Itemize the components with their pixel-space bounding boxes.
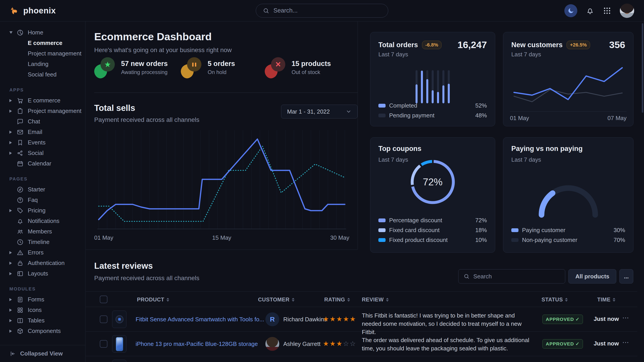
caret-right-icon bbox=[10, 152, 12, 155]
global-search-input[interactable] bbox=[274, 7, 381, 14]
caret-right-icon bbox=[10, 141, 12, 144]
notifications-button[interactable] bbox=[586, 6, 594, 15]
sidebar-item-email[interactable]: Email bbox=[0, 127, 85, 137]
sidebar-item-label: Events bbox=[28, 139, 46, 146]
column-header-customer[interactable]: CUSTOMER bbox=[258, 297, 294, 303]
sidebar-item-pricing[interactable]: Pricing bbox=[0, 205, 85, 216]
search-icon bbox=[263, 7, 270, 14]
all-products-button[interactable]: All products bbox=[568, 269, 616, 284]
total-sells-x-labels: 01 May15 May30 May bbox=[94, 234, 349, 241]
status-badge: APPROVED ✓ bbox=[542, 339, 583, 349]
reviews-search-input[interactable] bbox=[473, 273, 560, 280]
stat-sublabel: Out of stock bbox=[292, 69, 331, 75]
x-start-label: 01 May bbox=[510, 115, 529, 122]
sidebar-item-notifications[interactable]: Notifications bbox=[0, 216, 85, 226]
sidebar-item-label: Starter bbox=[28, 186, 45, 193]
brand-logo[interactable]: phoenix bbox=[10, 6, 56, 16]
sidebar-item-authentication[interactable]: Authentication bbox=[0, 258, 85, 268]
column-header-review[interactable]: REVIEW bbox=[362, 297, 389, 303]
card-value: 16,247 bbox=[458, 39, 487, 50]
apps-grid-button[interactable] bbox=[603, 6, 611, 15]
date-range-value: Mar 1 - 31, 2022 bbox=[287, 108, 330, 115]
sidebar-section-label: MODULES bbox=[10, 286, 85, 292]
table-row: iPhone 13 pro max-Pacific Blue-128GB sto… bbox=[86, 332, 637, 356]
ecommerce-dashboard-page: phoenix HomeE commerceProject management… bbox=[0, 0, 644, 362]
sidebar-item-calendar[interactable]: Calendar bbox=[0, 158, 85, 169]
review-text: The order was delivered ahead of schedul… bbox=[362, 336, 534, 353]
total-sells-subtitle: Payment received across all channels bbox=[94, 116, 200, 123]
legend-swatch bbox=[378, 114, 386, 117]
sidebar-subitem-social-feed[interactable]: Social feed bbox=[0, 69, 85, 80]
calendar-icon bbox=[16, 160, 24, 167]
sidebar-item-social[interactable]: Social bbox=[0, 148, 85, 158]
table-row bbox=[86, 356, 637, 362]
stat-out-of-stock: ✕ 15 products Out of stock bbox=[265, 57, 331, 78]
caret-right-icon bbox=[10, 272, 12, 275]
coupons-donut-chart: 72% bbox=[407, 156, 458, 208]
product-link[interactable]: iPhone 13 pro max-Pacific Blue-128GB sto… bbox=[136, 341, 258, 348]
layout-icon bbox=[16, 270, 24, 277]
bell-icon bbox=[586, 6, 594, 15]
date-range-select[interactable]: Mar 1 - 31, 2022 bbox=[281, 105, 358, 118]
sidebar-item-label: Timeline bbox=[28, 239, 50, 246]
sidebar-item-home[interactable]: Home bbox=[0, 27, 85, 38]
card-period: Last 7 days bbox=[511, 156, 541, 163]
legend-item: Pending payment 48% bbox=[378, 110, 487, 120]
product-link[interactable]: Fitbit Sense Advanced Smartwatch with To… bbox=[136, 316, 264, 323]
column-header-product[interactable]: PRODUCT bbox=[137, 297, 169, 303]
collapse-label: Collapsed View bbox=[20, 350, 63, 357]
caret-right-icon bbox=[10, 251, 12, 254]
user-avatar[interactable] bbox=[620, 3, 634, 18]
sidebar-item-label: Pricing bbox=[28, 207, 46, 214]
collapse-sidebar-button[interactable]: Collapsed View bbox=[0, 345, 85, 362]
sidebar-item-starter[interactable]: Starter bbox=[0, 184, 85, 195]
search-icon bbox=[464, 273, 470, 280]
clipboard-icon bbox=[16, 107, 24, 115]
stat-sublabel: Awating processing bbox=[121, 69, 168, 75]
column-header-time[interactable]: TIME bbox=[597, 297, 615, 303]
sidebar-item-components[interactable]: Components bbox=[0, 326, 85, 336]
sidebar-item-forms[interactable]: Forms bbox=[0, 294, 85, 305]
select-all-checkbox[interactable] bbox=[100, 296, 108, 303]
page-scrollbar[interactable] bbox=[642, 23, 643, 113]
sidebar-item-e-commerce[interactable]: E commerce bbox=[0, 95, 85, 106]
legend-item: Percentage discount 72% bbox=[378, 215, 487, 225]
caret-right-icon bbox=[10, 131, 12, 134]
card-period: Last 7 days bbox=[378, 51, 408, 58]
brand-name: phoenix bbox=[23, 6, 56, 15]
rating-stars: ★★★☆☆ bbox=[323, 340, 356, 348]
theme-toggle-button[interactable] bbox=[564, 4, 577, 17]
sidebar-item-errors[interactable]: Errors bbox=[0, 247, 85, 258]
customer-name: Ashley Garrett bbox=[283, 341, 320, 348]
sidebar-item-project-management[interactable]: Project management bbox=[0, 106, 85, 116]
sidebar-item-timeline[interactable]: Timeline bbox=[0, 237, 85, 247]
sidebar-item-label: Members bbox=[28, 228, 52, 235]
page-title: Ecommerce Dashboard bbox=[94, 30, 212, 43]
reviews-search[interactable] bbox=[458, 269, 565, 284]
sidebar-item-faq[interactable]: Faq bbox=[0, 195, 85, 205]
global-search[interactable] bbox=[256, 4, 388, 18]
sidebar-item-chat[interactable]: Chat bbox=[0, 116, 85, 127]
legend-label: Fixed card discount bbox=[389, 227, 440, 234]
sidebar-item-label: Faq bbox=[28, 197, 38, 203]
caret-right-icon bbox=[10, 330, 12, 333]
warning-icon bbox=[16, 249, 24, 256]
row-checkbox[interactable] bbox=[100, 340, 108, 348]
sidebar-item-events[interactable]: Events bbox=[0, 137, 85, 148]
sidebar-item-label: Icons bbox=[28, 307, 42, 314]
more-options-button[interactable]: ... bbox=[620, 269, 633, 284]
row-more-button[interactable]: ⋯ bbox=[622, 314, 630, 322]
sidebar-item-members[interactable]: Members bbox=[0, 226, 85, 237]
top-coupons-card: Top coupons Last 7 days 72% Percentage d… bbox=[370, 137, 495, 253]
sidebar-subitem-project-management[interactable]: Project management bbox=[0, 48, 85, 59]
sidebar-item-layouts[interactable]: Layouts bbox=[0, 268, 85, 279]
sidebar-menu: HomeE commerceProject managementLandingS… bbox=[0, 27, 85, 336]
column-header-rating[interactable]: RATING bbox=[324, 297, 350, 303]
sidebar-subitem-landing[interactable]: Landing bbox=[0, 59, 85, 69]
row-more-button[interactable]: ⋯ bbox=[622, 338, 630, 346]
sidebar-item-tables[interactable]: Tables bbox=[0, 315, 85, 326]
sidebar-subitem-e-commerce[interactable]: E commerce bbox=[0, 38, 85, 48]
row-checkbox[interactable] bbox=[100, 316, 108, 323]
sidebar-item-icons[interactable]: Icons bbox=[0, 305, 85, 315]
column-header-status[interactable]: STATUS bbox=[542, 297, 568, 303]
